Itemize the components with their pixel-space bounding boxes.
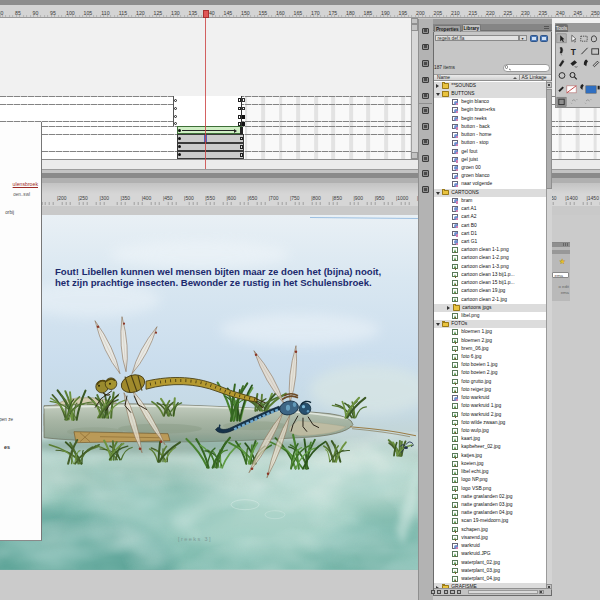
svg-text:[reeks 3]: [reeks 3] [178, 536, 212, 542]
svg-text:T: T [571, 47, 577, 57]
